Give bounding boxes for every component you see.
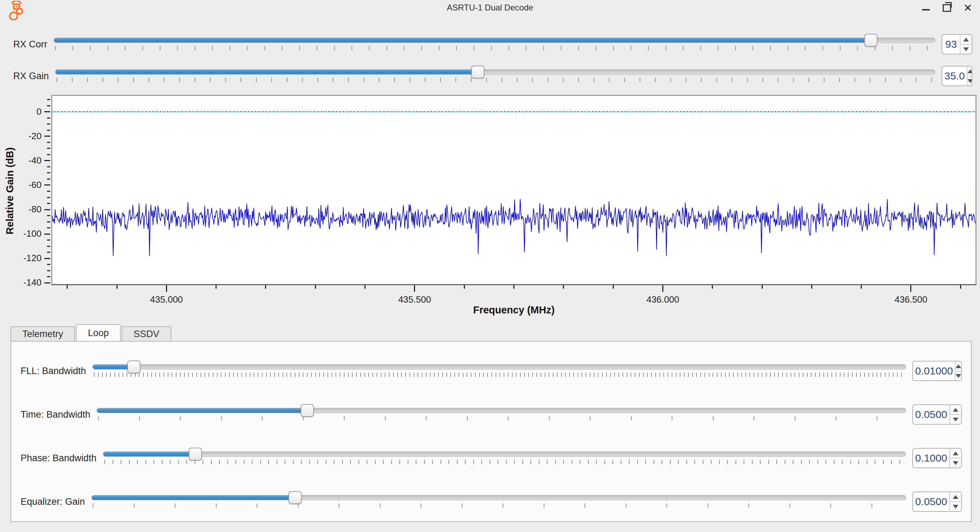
- rx-gain-slider-handle[interactable]: [471, 65, 484, 78]
- time-bandwidth-slider-groove[interactable]: [97, 408, 906, 413]
- window-controls: ✕: [920, 2, 974, 14]
- phase-bandwidth-slider-groove[interactable]: [103, 451, 906, 457]
- phase-bandwidth-slider[interactable]: [103, 451, 906, 465]
- rx-gain-slider[interactable]: [55, 69, 935, 83]
- axis-tick: [910, 285, 911, 292]
- axis-tick: [47, 130, 50, 131]
- phase-bandwidth-value[interactable]: 0.1000: [913, 449, 949, 467]
- rx-corr-value[interactable]: 93: [942, 35, 960, 54]
- axis-tick: [44, 209, 50, 210]
- rx-gain-label: RX Gain: [13, 71, 49, 82]
- tab-telemetry[interactable]: Telemetry: [11, 326, 75, 341]
- tab-bar: Telemetry Loop SSDV: [11, 325, 172, 341]
- tab-ssdv[interactable]: SSDV: [122, 326, 171, 341]
- axis-tick: [712, 285, 713, 289]
- fll-bandwidth-slider[interactable]: [92, 364, 906, 378]
- axis-tick: [116, 285, 118, 289]
- axis-tick: [47, 240, 50, 241]
- axis-tick: [44, 184, 50, 186]
- axis-tick: [762, 285, 763, 289]
- rx-corr-slider[interactable]: [54, 38, 935, 51]
- x-axis-title: Frequency (MHz): [51, 304, 977, 316]
- rx-gain-spinbox[interactable]: 35.0: [942, 66, 972, 86]
- window-title: ASRTU-1 Dual Decode: [0, 3, 980, 13]
- axis-tick: [44, 233, 50, 235]
- equalizer-gain-spinbox[interactable]: 0.0500: [912, 492, 962, 512]
- rx-corr-label: RX Corr: [13, 39, 48, 50]
- loop-tab-panel: FLL: Bandwidth 0.01000 Time: Bandwidth 0…: [11, 341, 972, 522]
- axis-tick: [265, 285, 266, 289]
- axis-tick: [47, 148, 50, 149]
- fll-bandwidth-slider-groove[interactable]: [92, 364, 906, 370]
- axis-tick: [44, 258, 50, 259]
- rx-gain-value[interactable]: 35.0: [942, 67, 967, 86]
- equalizer-gain-slider-groove[interactable]: [91, 495, 906, 500]
- spectrum-plot-frame: [51, 95, 977, 285]
- axis-tick: [47, 270, 50, 271]
- axis-tick-label: 435.000: [138, 294, 194, 305]
- axis-tick: [414, 285, 415, 292]
- equalizer-gain-value[interactable]: 0.0500: [913, 492, 949, 511]
- axis-tick: [47, 118, 50, 119]
- equalizer-gain-slider-ticks: [93, 503, 905, 508]
- axis-tick: [47, 227, 50, 228]
- time-spin-down-icon[interactable]: [950, 414, 961, 424]
- y-axis-title: Relative Gain (dB): [4, 100, 16, 282]
- time-bandwidth-spinbox[interactable]: 0.0500: [912, 404, 962, 425]
- rx-corr-row: RX Corr 93: [13, 33, 972, 56]
- fll-bandwidth-slider-handle[interactable]: [127, 360, 140, 373]
- axis-tick: [960, 285, 961, 289]
- phase-spin-up-icon[interactable]: [950, 449, 961, 458]
- axis-tick: [47, 178, 50, 179]
- time-spin-up-icon[interactable]: [950, 405, 961, 414]
- time-bandwidth-value[interactable]: 0.0500: [913, 405, 949, 424]
- axis-tick: [47, 252, 50, 253]
- spectrum-trace: [52, 96, 975, 284]
- title-bar: ASRTU-1 Dual Decode ✕: [0, 0, 980, 16]
- fll-spin-up-icon[interactable]: [956, 362, 961, 371]
- axis-tick: [47, 172, 50, 173]
- equalizer-gain-slider-handle[interactable]: [288, 491, 302, 504]
- rx-gain-slider-groove[interactable]: [55, 69, 935, 75]
- rx-corr-spinbox[interactable]: 93: [942, 34, 972, 54]
- time-bandwidth-label: Time: Bandwidth: [21, 409, 90, 420]
- time-bandwidth-slider-handle[interactable]: [301, 404, 314, 417]
- fll-bandwidth-value[interactable]: 0.01000: [913, 362, 955, 380]
- equalizer-spin-up-icon[interactable]: [950, 492, 961, 501]
- equalizer-gain-label: Equalizer: Gain: [21, 496, 85, 507]
- fll-bandwidth-row: FLL: Bandwidth 0.01000: [21, 360, 962, 382]
- equalizer-gain-slider[interactable]: [91, 495, 906, 508]
- tab-loop[interactable]: Loop: [76, 324, 121, 341]
- rx-corr-spin-down-icon[interactable]: [961, 44, 972, 54]
- close-icon[interactable]: ✕: [962, 2, 974, 14]
- rx-corr-spin-up-icon[interactable]: [961, 35, 972, 44]
- rx-corr-slider-handle[interactable]: [864, 34, 877, 47]
- fll-spin-down-icon[interactable]: [956, 371, 961, 380]
- phase-bandwidth-spinbox[interactable]: 0.1000: [912, 448, 962, 468]
- time-bandwidth-slider-ticks: [98, 416, 905, 421]
- rx-gain-spin-down-icon[interactable]: [967, 76, 972, 86]
- axis-tick: [47, 99, 50, 100]
- axis-tick: [47, 276, 50, 277]
- minimize-icon[interactable]: [920, 2, 932, 14]
- restore-icon[interactable]: [941, 2, 953, 14]
- phase-bandwidth-slider-handle[interactable]: [189, 448, 202, 461]
- fll-bandwidth-spinbox[interactable]: 0.01000: [912, 361, 962, 381]
- rx-corr-slider-groove[interactable]: [54, 38, 935, 43]
- axis-tick: [513, 285, 514, 289]
- axis-tick: [44, 283, 50, 283]
- axis-tick: [47, 191, 50, 192]
- axis-tick: [47, 105, 50, 106]
- spectrum-plot[interactable]: [52, 96, 975, 284]
- rx-corr-slider-ticks: [55, 46, 934, 50]
- time-bandwidth-slider[interactable]: [97, 408, 906, 421]
- rx-gain-spin-up-icon[interactable]: [967, 67, 972, 76]
- phase-spin-down-icon[interactable]: [950, 458, 961, 467]
- axis-tick: [67, 285, 68, 289]
- axis-tick: [563, 285, 564, 289]
- axis-tick: [47, 142, 50, 143]
- axis-tick: [47, 215, 50, 216]
- phase-bandwidth-row: Phase: Bandwidth 0.1000: [21, 447, 962, 469]
- equalizer-spin-down-icon[interactable]: [950, 501, 961, 511]
- fll-bandwidth-label: FLL: Bandwidth: [21, 366, 86, 376]
